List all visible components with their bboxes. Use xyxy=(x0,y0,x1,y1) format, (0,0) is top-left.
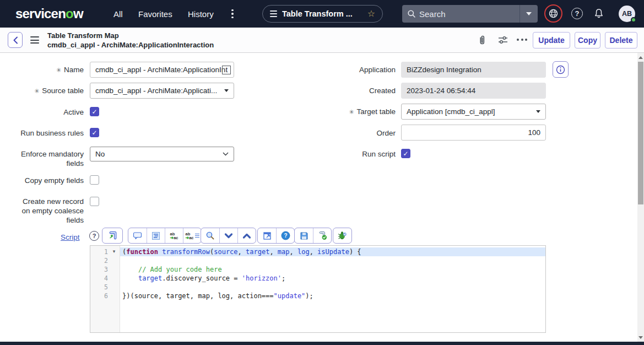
copy-empty-fields-checkbox[interactable] xyxy=(90,175,99,185)
replace-all-icon: ab ➜ac xyxy=(185,232,199,240)
run-business-rules-label: Run business rules xyxy=(20,129,84,137)
search-input[interactable] xyxy=(416,9,519,19)
copy-empty-fields-label: Copy empty fields xyxy=(25,176,84,185)
required-icon: ✳ xyxy=(56,67,61,75)
nav-history[interactable]: History xyxy=(188,0,214,28)
comment-icon xyxy=(133,231,142,240)
toggle-comment-button[interactable] xyxy=(128,228,147,243)
svg-text:?: ? xyxy=(284,233,287,239)
open-in-new-window-button[interactable] xyxy=(258,228,276,243)
active-checkbox[interactable]: ✓ xyxy=(90,107,99,116)
chevron-down-icon xyxy=(536,110,540,113)
chevron-down-icon xyxy=(223,152,229,156)
target-table-label: ✳ Target table xyxy=(349,107,396,116)
editor-help-button[interactable]: ? xyxy=(276,228,294,243)
open-in-new-window-icon xyxy=(263,231,272,240)
create-new-record-checkbox[interactable] xyxy=(90,197,99,206)
scrollbar-thumb[interactable] xyxy=(638,62,643,204)
toolbar-group-find xyxy=(201,228,256,244)
notifications-bell-icon[interactable] xyxy=(593,8,604,21)
record-name: cmdb_ci_appl - ArchiMate:ApplicationInte… xyxy=(47,40,214,50)
update-button[interactable]: Update xyxy=(533,32,570,48)
more-menu-icon[interactable] xyxy=(231,0,234,28)
avatar[interactable]: AB xyxy=(619,6,635,22)
syntax-check-button[interactable] xyxy=(313,228,331,243)
format-code-button[interactable] xyxy=(147,228,165,243)
record-header-bar: Table Transform Map cmdb_ci_appl - Archi… xyxy=(0,28,644,53)
required-icon: ✳ xyxy=(349,109,354,117)
scroll-up-arrow[interactable] xyxy=(637,53,644,62)
personalize-form-sliders-icon[interactable] xyxy=(497,35,508,48)
find-previous-button[interactable] xyxy=(237,228,256,243)
chevron-up-icon xyxy=(242,233,251,239)
order-input[interactable]: 100 xyxy=(401,125,546,141)
code-line[interactable]: 6})(source, target, map, log, action==="… xyxy=(90,292,545,300)
toolbar-group-edit: ab ➜ac ab ➜ac xyxy=(128,228,202,244)
toolbar-group-window: ? xyxy=(257,228,295,244)
source-table-select[interactable]: cmdb_ci_appl - ArchiMate:Applicati... xyxy=(90,83,234,99)
record-tab[interactable]: Table Transform ... ☆ xyxy=(262,5,383,23)
favorite-star-icon[interactable]: ☆ xyxy=(367,9,375,18)
copy-button[interactable]: Copy xyxy=(575,32,600,48)
delete-button[interactable]: Delete xyxy=(605,32,637,48)
format-code-icon xyxy=(151,231,160,240)
servicenow-logo[interactable]: servicenow xyxy=(15,6,83,21)
nav-favorites[interactable]: Favorites xyxy=(138,0,172,28)
logo-text-end: w xyxy=(73,6,83,21)
toolbar-group-syntax xyxy=(102,228,123,244)
back-button[interactable] xyxy=(8,32,23,48)
application-info-button[interactable] xyxy=(553,61,569,78)
servicenow-window: servicenow All Favorites History Table T… xyxy=(0,0,644,345)
avatar-initials: AB xyxy=(622,10,632,18)
window-bottom-edge xyxy=(0,342,644,345)
globe-icon xyxy=(548,8,559,19)
find-button[interactable] xyxy=(201,228,219,243)
replace-button[interactable]: ab ➜ac xyxy=(165,228,183,243)
application-field: BiZZdesign Integration xyxy=(401,62,546,78)
name-label: ✳ Name xyxy=(56,66,84,74)
search-scope-dropdown[interactable] xyxy=(520,5,538,23)
vertical-scrollbar[interactable] xyxy=(637,53,644,342)
save-script-button[interactable] xyxy=(295,228,313,243)
source-table-label: ✳ Source table xyxy=(34,87,84,95)
record-title: Table Transform Map cmdb_ci_appl - Archi… xyxy=(47,31,214,50)
required-icon: ✳ xyxy=(34,88,39,96)
script-editor[interactable]: 1▾(function transformRow(source, target,… xyxy=(90,245,546,333)
run-business-rules-checkbox[interactable]: ✓ xyxy=(90,128,99,137)
replace-icon: ab ➜ac xyxy=(170,232,178,240)
toolbar-group-debug xyxy=(333,228,352,244)
more-actions-icon[interactable] xyxy=(517,39,527,41)
create-new-record-label: Create new record on empty coalesce fiel… xyxy=(15,197,84,225)
find-next-button[interactable] xyxy=(219,228,237,243)
code-line[interactable]: 2 xyxy=(90,256,545,265)
record-type: Table Transform Map xyxy=(47,31,214,40)
help-icon[interactable]: ? xyxy=(571,8,583,19)
search-icon xyxy=(407,9,416,18)
code-line[interactable]: 3 // Add your code here xyxy=(90,265,545,274)
code-line[interactable]: 4 target.discovery_source = 'horizzon'; xyxy=(90,274,545,283)
script-toggle-button[interactable] xyxy=(102,228,122,243)
run-script-checkbox[interactable]: ✓ xyxy=(401,149,410,158)
search-icon xyxy=(205,231,215,240)
nav-all[interactable]: All xyxy=(113,0,123,28)
attachment-paperclip-icon[interactable] xyxy=(477,35,487,48)
enforce-mandatory-fields-select[interactable]: No xyxy=(90,147,234,161)
syntax-check-icon xyxy=(318,231,327,240)
code-line[interactable]: 1▾(function transformRow(source, target,… xyxy=(90,247,545,256)
toolbar-group-save xyxy=(294,228,332,244)
record-tab-label: Table Transform ... xyxy=(282,9,362,18)
script-help-icon[interactable]: ? xyxy=(89,231,99,241)
name-input[interactable]: cmdb_ci_appl - ArchiMate:ApplicationInt xyxy=(90,62,234,78)
active-label: Active xyxy=(63,108,84,116)
script-toggle-icon xyxy=(108,231,117,240)
info-icon xyxy=(556,65,565,74)
replace-all-button[interactable]: ab ➜ac xyxy=(183,228,201,243)
debug-bug-icon xyxy=(338,231,347,240)
script-debugger-button[interactable] xyxy=(333,228,351,243)
script-field-link[interactable]: Script xyxy=(61,233,80,241)
target-table-select[interactable]: Application [cmdb_ci_appl] xyxy=(401,104,546,120)
scroll-down-arrow[interactable] xyxy=(637,333,644,342)
form-context-menu-icon[interactable] xyxy=(30,36,39,44)
update-set-globe-icon[interactable] xyxy=(544,4,562,23)
code-line[interactable]: 5 xyxy=(90,283,545,292)
